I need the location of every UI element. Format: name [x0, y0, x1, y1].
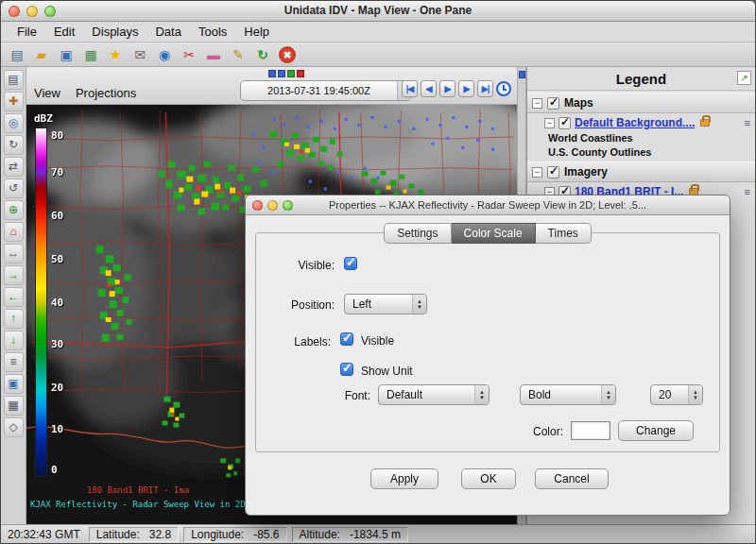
select-tool-icon[interactable]: ▤: [4, 70, 24, 90]
internet-icon[interactable]: ◉: [156, 46, 173, 63]
menu-help[interactable]: Help: [235, 25, 278, 39]
grid-icon[interactable]: ▦: [4, 396, 24, 416]
pan-east-icon[interactable]: →: [4, 265, 24, 285]
main-toolbar: ▤ ▰ ▣ ▦ ★ ✉ ◉ ✂ ▬ ✎ ↻ ✖: [1, 42, 755, 67]
last-frame-button[interactable]: ▶|: [477, 80, 493, 97]
cancel-button[interactable]: Cancel: [535, 468, 609, 489]
add-layer-icon[interactable]: ⊕: [4, 200, 24, 220]
first-frame-button[interactable]: |◀: [402, 80, 418, 97]
tile-windows-icon[interactable]: ▦: [82, 46, 99, 63]
save-icon[interactable]: ▣: [58, 46, 75, 63]
lock-icon[interactable]: [700, 119, 710, 127]
step-back-button[interactable]: ◀: [421, 80, 437, 97]
font-family-dropdown[interactable]: Default ▲▼: [378, 384, 490, 405]
menu-edit[interactable]: Edit: [45, 25, 83, 39]
dialog-zoom-button[interactable]: [283, 200, 293, 211]
tab-color-scale[interactable]: Color Scale: [452, 223, 536, 244]
menu-data[interactable]: Data: [146, 25, 189, 39]
latitude-readout: Latitude: 32.8: [89, 527, 179, 542]
swap-view-icon[interactable]: ⇄: [4, 157, 24, 177]
open-file-icon[interactable]: ▰: [33, 46, 50, 63]
play-button[interactable]: ▶: [439, 80, 455, 97]
time-frame-box[interactable]: [287, 70, 295, 77]
colorbar-tick: 10: [51, 423, 63, 435]
home-view-icon[interactable]: ⌂: [4, 222, 24, 242]
fit-width-icon[interactable]: ↔: [4, 244, 24, 264]
tab-times[interactable]: Times: [536, 223, 592, 244]
pan-south-icon[interactable]: ↓: [4, 331, 24, 350]
support-request-icon[interactable]: ✉: [131, 46, 148, 63]
layer-visibility-checkbox[interactable]: ✓: [558, 117, 571, 129]
position-dropdown[interactable]: Left ▲▼: [344, 294, 427, 314]
layer-link[interactable]: Default Background....: [575, 116, 695, 129]
colorbar-tick: 0: [51, 463, 58, 475]
collapse-expander-icon[interactable]: −: [544, 118, 555, 128]
dialog-close-button[interactable]: [252, 200, 263, 211]
visible-label: Visible:: [253, 259, 335, 272]
map-menu-view[interactable]: View: [34, 86, 60, 100]
font-style-dropdown[interactable]: Bold ▲▼: [520, 384, 616, 405]
legend-section-label: Maps: [564, 96, 593, 110]
properties-tool-icon[interactable]: ◇: [4, 417, 24, 437]
edit-icon[interactable]: ✎: [230, 46, 247, 63]
splitter-collapse-button[interactable]: [519, 71, 525, 78]
dropdown-arrows-icon: ▲▼: [601, 385, 615, 404]
snapshot-icon[interactable]: ▣: [4, 374, 24, 394]
menu-tools[interactable]: Tools: [190, 25, 235, 39]
colorbar-tick: 60: [51, 210, 63, 222]
pan-north-icon[interactable]: ↑: [4, 309, 24, 329]
animation-properties-clock-icon[interactable]: [496, 81, 511, 96]
show-unit-checkbox[interactable]: ✓: [340, 363, 353, 376]
favorites-icon[interactable]: ★: [107, 46, 124, 63]
cut-icon[interactable]: ✂: [180, 46, 198, 63]
menubar: File Edit Displays Data Tools Help: [1, 22, 755, 42]
font-size-dropdown[interactable]: 20 ▲▼: [650, 384, 703, 405]
legend-section-imagery: − ✓ Imagery: [527, 162, 755, 182]
ok-button[interactable]: OK: [461, 468, 516, 489]
menu-file[interactable]: File: [9, 25, 45, 39]
time-selector[interactable]: 2013-07-31 19:45:00Z ▲ ▼: [240, 80, 412, 101]
collapse-expander-icon[interactable]: −: [532, 98, 542, 109]
zoom-tool-icon[interactable]: ◎: [4, 113, 24, 133]
view-toolbar: ▤ ✚ ◎ ↻ ⇄ ↺ ⊕ ⌂ ↔ → ← ↑ ↓ ≡ ▣ ▦ ◇: [1, 67, 26, 524]
reload-icon[interactable]: ↻: [254, 46, 271, 63]
dialog-titlebar[interactable]: Properties -- KJAX Reflectivity - Radar …: [246, 196, 730, 215]
apply-button[interactable]: Apply: [370, 468, 438, 489]
dialog-tabs: Settings Color Scale Times: [246, 223, 730, 244]
rotate-view-icon[interactable]: ↻: [4, 135, 24, 155]
pan-west-icon[interactable]: ←: [4, 287, 24, 307]
map-menu-projections[interactable]: Projections: [76, 86, 136, 100]
labels-visible-checkbox[interactable]: ✓: [340, 332, 353, 346]
window-title: Unidata IDV - Map View - One Pane: [1, 1, 755, 21]
window-minimize-button[interactable]: [26, 6, 38, 17]
undo-view-icon[interactable]: ↺: [4, 178, 24, 198]
eraser-icon[interactable]: ▬: [205, 46, 222, 63]
tab-settings[interactable]: Settings: [384, 223, 451, 244]
imagery-visibility-checkbox[interactable]: ✓: [547, 166, 559, 178]
change-color-button[interactable]: Change: [618, 420, 694, 441]
time-frame-box[interactable]: [268, 70, 276, 77]
dropdown-arrows-icon: ▲▼: [412, 295, 426, 314]
time-frame-box[interactable]: [297, 70, 304, 77]
layer-menu-icon[interactable]: ≡: [745, 186, 750, 197]
menu-displays[interactable]: Displays: [83, 25, 146, 39]
collapse-expander-icon[interactable]: −: [532, 167, 542, 178]
levels-icon[interactable]: ≡: [4, 352, 24, 372]
pan-tool-icon[interactable]: ✚: [4, 92, 24, 111]
properties-dialog: Properties -- KJAX Reflectivity - Radar …: [245, 195, 730, 516]
window-titlebar[interactable]: Unidata IDV - Map View - One Pane: [1, 1, 755, 22]
dashboard-icon[interactable]: ▤: [9, 46, 26, 63]
dialog-minimize-button[interactable]: [267, 200, 278, 211]
stop-icon[interactable]: ✖: [279, 46, 296, 63]
layer-menu-icon[interactable]: ≡: [745, 117, 750, 128]
step-forward-button[interactable]: ▶: [458, 80, 474, 97]
position-label: Position:: [253, 298, 335, 312]
reflectivity-colorbar[interactable]: dBZ 80 70 60 50 40 30 20 10 0: [32, 112, 79, 477]
window-close-button[interactable]: [9, 6, 20, 17]
window-zoom-button[interactable]: [44, 6, 56, 17]
undock-legend-icon[interactable]: ↗: [737, 71, 751, 85]
maps-visibility-checkbox[interactable]: ✓: [547, 97, 559, 110]
time-frame-box[interactable]: [278, 70, 285, 77]
imagery-layer-label: 180 Band1 BRIT - Ima: [87, 485, 189, 495]
visible-checkbox[interactable]: ✓: [344, 257, 357, 270]
